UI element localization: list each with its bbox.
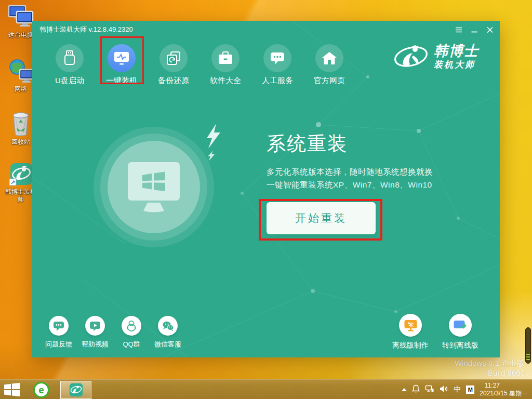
nav-item-human-service[interactable]: 人工服务: [251, 44, 303, 86]
hero-desc-line2: 一键智能重装系统XP、Win7、Win8、Win10: [267, 180, 432, 189]
network-tray-button[interactable]: [425, 385, 434, 395]
offline-item-make[interactable]: 离线版制作: [385, 314, 435, 350]
home-icon: [321, 50, 338, 66]
lightning-bolt-icon: [204, 124, 228, 162]
titlebar: 韩博士装机大师 v.12.8.49.2320: [32, 21, 500, 36]
brand-logo: 韩博士 装机大师: [393, 43, 479, 71]
network-icon: [7, 58, 34, 84]
support-label: 问题反馈: [41, 340, 77, 349]
qq-penguin-icon: [126, 320, 137, 331]
main-nav: U盘启动 一键装机: [44, 44, 355, 86]
support-label: 微信客服: [150, 340, 186, 349]
browser-taskbar-button[interactable]: e: [33, 382, 49, 398]
hero-title: 系统重装: [267, 131, 433, 157]
watermark-build: Build 9600: [488, 368, 525, 377]
windows-monitor-icon: [124, 160, 183, 214]
taskbar: e: [0, 379, 532, 399]
support-item-wechat-service[interactable]: 微信客服: [150, 316, 186, 349]
nav-label: 备份还原: [148, 76, 200, 86]
recycle-bin-icon: [8, 109, 33, 137]
browser-e-logo: e: [38, 385, 44, 395]
svg-text:↗: ↗: [10, 179, 15, 185]
feedback-bubble-icon: [53, 321, 64, 331]
nav-item-usb-boot[interactable]: U盘启动: [44, 44, 96, 86]
brand-subtitle: 装机大师: [434, 60, 479, 69]
notification-bell-button[interactable]: [412, 384, 420, 395]
hero-desc-line1: 多元化系统版本选择，随时随地系统想换就换: [267, 167, 433, 176]
support-links: 问题反馈 帮助视频: [41, 316, 186, 349]
hanboshi-app-icon: [69, 382, 84, 397]
network-icon: [425, 385, 434, 393]
clock-date: 2021/3/15 星期一: [480, 390, 528, 397]
support-label: 帮助视频: [77, 340, 113, 349]
screen-edge-widget[interactable]: [525, 327, 531, 364]
hanboshi-logo-icon: [393, 43, 429, 71]
this-pc-icon: [7, 4, 34, 30]
start-button[interactable]: [4, 383, 20, 396]
window-title: 韩博士装机大师 v.12.8.49.2320: [39, 25, 133, 34]
usb-drive-icon: [62, 50, 77, 66]
nav-label: U盘启动: [44, 76, 96, 86]
offline-make-icon: [404, 318, 418, 332]
start-reinstall-button[interactable]: 开始重装: [267, 202, 376, 234]
support-label: QQ群: [113, 340, 150, 349]
hero-system-circle: [94, 127, 214, 247]
system-tray: 中 M 11:27 2021/3/15 星期一: [402, 380, 529, 399]
hero-section: 系统重装 多元化系统版本选择，随时随地系统想换就换 一键智能重装系统XP、Win…: [267, 131, 433, 191]
bell-icon: [412, 384, 420, 393]
software-briefcase-icon: [217, 50, 234, 66]
ime-mode-button[interactable]: M: [466, 385, 474, 394]
nav-item-backup-restore[interactable]: 备份还原: [148, 44, 200, 86]
nav-item-official-website[interactable]: 官方网页: [303, 44, 355, 86]
windows-start-icon: [4, 383, 20, 396]
app-window: 韩博士装机大师 v.12.8.49.2320: [32, 21, 500, 357]
offline-actions: 离线版制作 转到离线版: [385, 314, 485, 350]
minimize-button[interactable]: [471, 26, 478, 33]
minimize-icon: [471, 26, 478, 33]
nav-label: 软件大全: [200, 76, 251, 86]
monitor-pulse-icon: [113, 50, 130, 66]
show-hidden-icons-button[interactable]: [402, 388, 407, 391]
close-button[interactable]: [486, 26, 494, 33]
hanboshi-taskbar-button[interactable]: [60, 381, 91, 399]
nav-label: 官方网页: [303, 76, 355, 86]
brand-name: 韩博士: [434, 44, 479, 58]
windows-watermark: Windows 8.1 企业版 Build 9600: [455, 358, 525, 378]
support-item-help-videos[interactable]: 帮助视频: [77, 316, 113, 349]
chat-service-icon: [269, 50, 286, 66]
hanboshi-shortcut-icon: ↗: [8, 162, 33, 187]
close-icon: [486, 26, 494, 33]
support-item-feedback[interactable]: 问题反馈: [41, 316, 77, 349]
offline-label: 离线版制作: [385, 341, 435, 350]
clock-time: 11:27: [480, 382, 528, 390]
nav-label: 人工服务: [251, 76, 303, 86]
offline-label: 转到离线版: [435, 341, 485, 350]
speaker-icon: [440, 385, 448, 393]
nav-label: 一键装机: [96, 76, 148, 86]
nav-item-one-key-install[interactable]: 一键装机: [96, 44, 148, 86]
taskbar-clock[interactable]: 11:27 2021/3/15 星期一: [480, 382, 529, 397]
offline-item-switch[interactable]: 转到离线版: [435, 314, 485, 350]
menu-button[interactable]: [455, 26, 462, 33]
desktop: 这台电脑 网络 回收站 ↗: [0, 0, 532, 399]
volume-tray-button[interactable]: [440, 385, 448, 395]
video-bubble-icon: [89, 321, 101, 331]
nav-item-software-collection[interactable]: 软件大全: [200, 44, 251, 86]
wechat-icon: [162, 321, 174, 331]
menu-icon: [455, 26, 462, 33]
support-item-qq-group[interactable]: QQ群: [113, 316, 150, 349]
backup-restore-icon: [165, 50, 182, 66]
watermark-edition: Windows 8.1 企业版: [455, 358, 525, 367]
offline-go-icon: [453, 318, 468, 332]
ime-language-button[interactable]: 中: [454, 385, 461, 394]
